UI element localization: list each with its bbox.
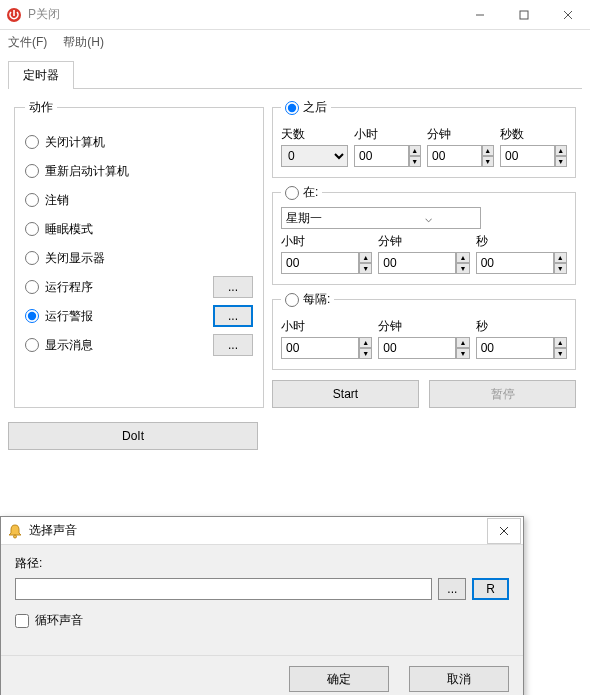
every-group: 每隔: 小时 分钟 秒 ▲▼ ▲▼ ▲▼ bbox=[272, 291, 576, 370]
spin-down[interactable]: ▼ bbox=[555, 156, 568, 167]
label-monitor-off: 关闭显示器 bbox=[45, 250, 253, 267]
spin-down[interactable]: ▼ bbox=[359, 348, 372, 359]
every-hours-input[interactable] bbox=[281, 337, 359, 359]
after-days-input[interactable]: 0 bbox=[281, 145, 348, 167]
radio-run-alarm[interactable] bbox=[25, 309, 39, 323]
at-hours-label: 小时 bbox=[281, 233, 372, 250]
after-minutes-label: 分钟 bbox=[427, 126, 494, 143]
after-seconds-input[interactable] bbox=[500, 145, 555, 167]
radio-after[interactable] bbox=[285, 101, 299, 115]
label-run-program: 运行程序 bbox=[45, 279, 213, 296]
spin-down[interactable]: ▼ bbox=[409, 156, 422, 167]
after-legend-text: 之后 bbox=[303, 99, 327, 116]
main-panel: 动作 关闭计算机 重新启动计算机 注销 睡眠模式 关闭显示器 运行程序 ... … bbox=[8, 88, 582, 414]
loop-label: 循环声音 bbox=[35, 612, 83, 629]
start-button[interactable]: Start bbox=[272, 380, 419, 408]
window-title: P关闭 bbox=[28, 6, 458, 23]
after-seconds-label: 秒数 bbox=[500, 126, 567, 143]
radio-sleep[interactable] bbox=[25, 222, 39, 236]
radio-show-message[interactable] bbox=[25, 338, 39, 352]
label-run-alarm: 运行警报 bbox=[45, 308, 213, 325]
menu-file[interactable]: 文件(F) bbox=[8, 34, 47, 51]
at-legend-text: 在: bbox=[303, 184, 318, 201]
app-icon bbox=[6, 7, 22, 23]
at-seconds-label: 秒 bbox=[476, 233, 567, 250]
actions-group: 动作 关闭计算机 重新启动计算机 注销 睡眠模式 关闭显示器 运行程序 ... … bbox=[14, 99, 264, 408]
after-days-label: 天数 bbox=[281, 126, 348, 143]
spin-up[interactable]: ▲ bbox=[409, 145, 422, 156]
minimize-button[interactable] bbox=[458, 0, 502, 30]
loop-checkbox[interactable] bbox=[15, 614, 29, 628]
after-hours-input[interactable] bbox=[354, 145, 409, 167]
every-hours-label: 小时 bbox=[281, 318, 372, 335]
path-input[interactable] bbox=[15, 578, 432, 600]
dialog-close-button[interactable] bbox=[487, 518, 521, 544]
tabstrip: 定时器 bbox=[8, 60, 590, 88]
r-button[interactable]: R bbox=[472, 578, 509, 600]
spin-down[interactable]: ▼ bbox=[482, 156, 495, 167]
spin-down[interactable]: ▼ bbox=[554, 348, 567, 359]
svg-rect-1 bbox=[13, 10, 15, 16]
spin-down[interactable]: ▼ bbox=[456, 348, 469, 359]
at-legend: 在: bbox=[281, 184, 322, 201]
radio-at[interactable] bbox=[285, 186, 299, 200]
weekday-combo[interactable]: 星期一 ⌵ bbox=[281, 207, 481, 229]
radio-every[interactable] bbox=[285, 293, 299, 307]
label-show-message: 显示消息 bbox=[45, 337, 213, 354]
doit-button[interactable]: DoIt bbox=[8, 422, 258, 450]
sound-dialog: 选择声音 路径: ... R 循环声音 确定 取消 bbox=[0, 516, 524, 695]
spin-up[interactable]: ▲ bbox=[482, 145, 495, 156]
label-logoff: 注销 bbox=[45, 192, 253, 209]
spin-up[interactable]: ▲ bbox=[359, 252, 372, 263]
at-group: 在: 星期一 ⌵ 小时 分钟 秒 ▲▼ ▲▼ ▲▼ bbox=[272, 184, 576, 285]
cancel-button[interactable]: 取消 bbox=[409, 666, 509, 692]
spin-down[interactable]: ▼ bbox=[359, 263, 372, 274]
spin-down[interactable]: ▼ bbox=[554, 263, 567, 274]
svg-point-6 bbox=[14, 535, 17, 538]
after-minutes-input[interactable] bbox=[427, 145, 482, 167]
every-minutes-label: 分钟 bbox=[378, 318, 469, 335]
spin-up[interactable]: ▲ bbox=[456, 252, 469, 263]
timing-column: 之后 天数 小时 分钟 秒数 0 ▲▼ ▲▼ ▲▼ 在: 星期一 bbox=[272, 99, 576, 408]
menubar: 文件(F) 帮助(H) bbox=[0, 30, 590, 54]
dialog-titlebar: 选择声音 bbox=[1, 517, 523, 545]
every-legend-text: 每隔: bbox=[303, 291, 330, 308]
svg-rect-3 bbox=[520, 11, 528, 19]
maximize-button[interactable] bbox=[502, 0, 546, 30]
tab-timer[interactable]: 定时器 bbox=[8, 61, 74, 89]
radio-logoff[interactable] bbox=[25, 193, 39, 207]
label-sleep: 睡眠模式 bbox=[45, 221, 253, 238]
path-browse-button[interactable]: ... bbox=[438, 578, 466, 600]
after-hours-label: 小时 bbox=[354, 126, 421, 143]
radio-restart[interactable] bbox=[25, 164, 39, 178]
every-seconds-input[interactable] bbox=[476, 337, 554, 359]
path-label: 路径: bbox=[15, 555, 509, 572]
spin-up[interactable]: ▲ bbox=[554, 337, 567, 348]
after-legend: 之后 bbox=[281, 99, 331, 116]
menu-help[interactable]: 帮助(H) bbox=[63, 34, 104, 51]
every-legend: 每隔: bbox=[281, 291, 334, 308]
dialog-title: 选择声音 bbox=[29, 522, 487, 539]
at-minutes-input[interactable] bbox=[378, 252, 456, 274]
browse-program-button[interactable]: ... bbox=[213, 276, 253, 298]
browse-alarm-button[interactable]: ... bbox=[213, 305, 253, 327]
spin-down[interactable]: ▼ bbox=[456, 263, 469, 274]
ok-button[interactable]: 确定 bbox=[289, 666, 389, 692]
at-seconds-input[interactable] bbox=[476, 252, 554, 274]
close-button[interactable] bbox=[546, 0, 590, 30]
spin-up[interactable]: ▲ bbox=[359, 337, 372, 348]
actions-legend: 动作 bbox=[25, 99, 57, 116]
radio-shutdown[interactable] bbox=[25, 135, 39, 149]
radio-run-program[interactable] bbox=[25, 280, 39, 294]
at-hours-input[interactable] bbox=[281, 252, 359, 274]
spin-up[interactable]: ▲ bbox=[456, 337, 469, 348]
every-minutes-input[interactable] bbox=[378, 337, 456, 359]
radio-monitor-off[interactable] bbox=[25, 251, 39, 265]
chevron-down-icon: ⌵ bbox=[381, 211, 476, 225]
spin-up[interactable]: ▲ bbox=[554, 252, 567, 263]
label-restart: 重新启动计算机 bbox=[45, 163, 253, 180]
label-shutdown: 关闭计算机 bbox=[45, 134, 253, 151]
spin-up[interactable]: ▲ bbox=[555, 145, 568, 156]
browse-message-button[interactable]: ... bbox=[213, 334, 253, 356]
pause-button[interactable]: 暂停 bbox=[429, 380, 576, 408]
